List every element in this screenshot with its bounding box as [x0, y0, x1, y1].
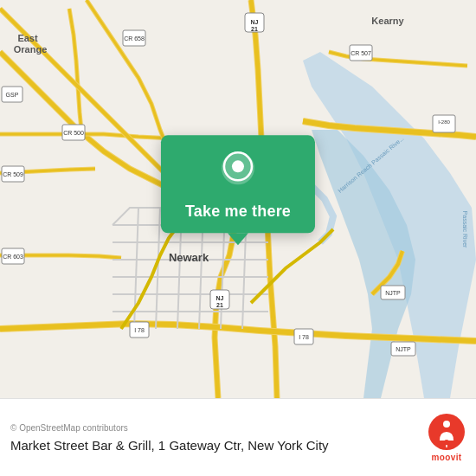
footer-text: © OpenStreetMap contributors Market Stre… — [10, 423, 419, 453]
svg-text:Passaic River: Passaic River — [462, 211, 468, 248]
svg-text:NJTP: NJTP — [396, 346, 411, 352]
svg-text:I 78: I 78 — [299, 334, 309, 340]
location-popup: Take me there — [161, 135, 315, 245]
svg-text:21: 21 — [216, 302, 223, 308]
location-pin-icon — [221, 151, 255, 196]
popup-arrow — [228, 233, 248, 245]
svg-text:NJTP: NJTP — [385, 290, 401, 296]
svg-text:NJ: NJ — [216, 295, 224, 301]
svg-text:Kearny: Kearny — [371, 16, 404, 26]
take-me-there-button[interactable]: Take me there — [185, 203, 291, 221]
svg-text:East: East — [17, 33, 38, 43]
svg-text:CR 658: CR 658 — [124, 35, 145, 42]
map-area: NJ 21 CR 658 CR 500 CR 507 I-280 GSP CR … — [0, 0, 476, 398]
svg-text:I 78: I 78 — [134, 327, 145, 333]
footer: © OpenStreetMap contributors Market Stre… — [0, 398, 476, 476]
svg-text:GSP: GSP — [6, 92, 19, 98]
svg-point-52 — [444, 440, 449, 445]
svg-text:Newark: Newark — [169, 251, 209, 264]
svg-text:CR 507: CR 507 — [351, 50, 371, 56]
moovit-icon-svg — [428, 413, 466, 451]
svg-text:Orange: Orange — [14, 44, 48, 55]
svg-text:CR 500: CR 500 — [63, 130, 84, 136]
moovit-label: moovit — [431, 453, 461, 462]
svg-point-51 — [443, 421, 450, 428]
copyright-text: © OpenStreetMap contributors — [10, 423, 419, 433]
location-name: Market Street Bar & Grill, 1 Gateway Ctr… — [10, 438, 419, 453]
svg-text:21: 21 — [251, 26, 258, 32]
svg-text:I-280: I-280 — [438, 119, 450, 125]
svg-point-49 — [232, 160, 244, 172]
svg-text:CR 603: CR 603 — [3, 254, 23, 260]
svg-text:CR 509: CR 509 — [3, 171, 23, 177]
moovit-logo: moovit — [428, 413, 466, 462]
popup-box: Take me there — [161, 135, 315, 233]
svg-text:NJ: NJ — [251, 19, 259, 25]
